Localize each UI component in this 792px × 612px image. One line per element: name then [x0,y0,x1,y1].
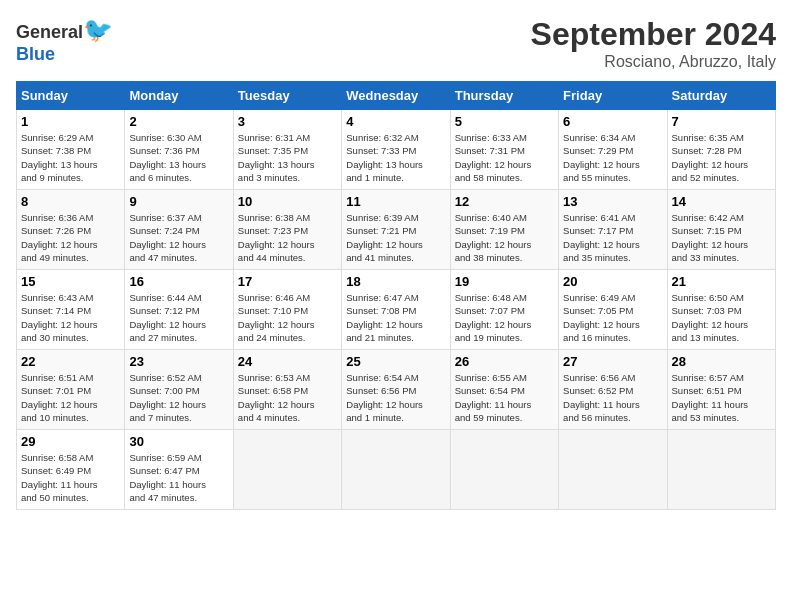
calendar-day-cell [450,430,558,510]
day-number: 29 [21,434,120,449]
day-number: 7 [672,114,771,129]
calendar-day-cell: 20Sunrise: 6:49 AM Sunset: 7:05 PM Dayli… [559,270,667,350]
day-number: 2 [129,114,228,129]
calendar-day-cell [342,430,450,510]
calendar-day-cell: 14Sunrise: 6:42 AM Sunset: 7:15 PM Dayli… [667,190,775,270]
day-info: Sunrise: 6:48 AM Sunset: 7:07 PM Dayligh… [455,291,554,344]
day-number: 15 [21,274,120,289]
day-header-friday: Friday [559,82,667,110]
page-header: General🐦 Blue September 2024 Rosciano, A… [16,16,776,71]
calendar-week-row: 29Sunrise: 6:58 AM Sunset: 6:49 PM Dayli… [17,430,776,510]
calendar-day-cell: 23Sunrise: 6:52 AM Sunset: 7:00 PM Dayli… [125,350,233,430]
calendar-day-cell: 22Sunrise: 6:51 AM Sunset: 7:01 PM Dayli… [17,350,125,430]
day-header-sunday: Sunday [17,82,125,110]
calendar-day-cell: 6Sunrise: 6:34 AM Sunset: 7:29 PM Daylig… [559,110,667,190]
day-number: 28 [672,354,771,369]
day-number: 17 [238,274,337,289]
calendar-day-cell: 12Sunrise: 6:40 AM Sunset: 7:19 PM Dayli… [450,190,558,270]
calendar-day-cell: 13Sunrise: 6:41 AM Sunset: 7:17 PM Dayli… [559,190,667,270]
day-number: 18 [346,274,445,289]
day-number: 6 [563,114,662,129]
month-title: September 2024 [531,16,776,53]
day-info: Sunrise: 6:57 AM Sunset: 6:51 PM Dayligh… [672,371,771,424]
logo-general: General [16,22,83,42]
calendar-day-cell: 15Sunrise: 6:43 AM Sunset: 7:14 PM Dayli… [17,270,125,350]
calendar-day-cell: 16Sunrise: 6:44 AM Sunset: 7:12 PM Dayli… [125,270,233,350]
logo: General🐦 Blue [16,16,113,65]
calendar-day-cell: 8Sunrise: 6:36 AM Sunset: 7:26 PM Daylig… [17,190,125,270]
day-number: 4 [346,114,445,129]
day-info: Sunrise: 6:33 AM Sunset: 7:31 PM Dayligh… [455,131,554,184]
day-info: Sunrise: 6:46 AM Sunset: 7:10 PM Dayligh… [238,291,337,344]
location: Rosciano, Abruzzo, Italy [531,53,776,71]
day-header-monday: Monday [125,82,233,110]
day-header-saturday: Saturday [667,82,775,110]
calendar-day-cell: 24Sunrise: 6:53 AM Sunset: 6:58 PM Dayli… [233,350,341,430]
calendar-day-cell: 25Sunrise: 6:54 AM Sunset: 6:56 PM Dayli… [342,350,450,430]
day-info: Sunrise: 6:34 AM Sunset: 7:29 PM Dayligh… [563,131,662,184]
title-area: September 2024 Rosciano, Abruzzo, Italy [531,16,776,71]
day-number: 22 [21,354,120,369]
calendar-day-cell: 18Sunrise: 6:47 AM Sunset: 7:08 PM Dayli… [342,270,450,350]
calendar-day-cell: 2Sunrise: 6:30 AM Sunset: 7:36 PM Daylig… [125,110,233,190]
day-number: 1 [21,114,120,129]
calendar-day-cell: 7Sunrise: 6:35 AM Sunset: 7:28 PM Daylig… [667,110,775,190]
calendar-day-cell [559,430,667,510]
day-info: Sunrise: 6:41 AM Sunset: 7:17 PM Dayligh… [563,211,662,264]
day-info: Sunrise: 6:42 AM Sunset: 7:15 PM Dayligh… [672,211,771,264]
day-info: Sunrise: 6:37 AM Sunset: 7:24 PM Dayligh… [129,211,228,264]
day-info: Sunrise: 6:43 AM Sunset: 7:14 PM Dayligh… [21,291,120,344]
day-number: 19 [455,274,554,289]
day-header-tuesday: Tuesday [233,82,341,110]
day-number: 24 [238,354,337,369]
day-number: 13 [563,194,662,209]
day-info: Sunrise: 6:58 AM Sunset: 6:49 PM Dayligh… [21,451,120,504]
day-number: 30 [129,434,228,449]
day-number: 9 [129,194,228,209]
calendar-week-row: 1Sunrise: 6:29 AM Sunset: 7:38 PM Daylig… [17,110,776,190]
day-number: 3 [238,114,337,129]
day-info: Sunrise: 6:44 AM Sunset: 7:12 PM Dayligh… [129,291,228,344]
day-number: 8 [21,194,120,209]
calendar-day-cell: 3Sunrise: 6:31 AM Sunset: 7:35 PM Daylig… [233,110,341,190]
day-info: Sunrise: 6:38 AM Sunset: 7:23 PM Dayligh… [238,211,337,264]
day-number: 21 [672,274,771,289]
day-number: 27 [563,354,662,369]
day-number: 5 [455,114,554,129]
day-info: Sunrise: 6:30 AM Sunset: 7:36 PM Dayligh… [129,131,228,184]
calendar-day-cell: 11Sunrise: 6:39 AM Sunset: 7:21 PM Dayli… [342,190,450,270]
day-info: Sunrise: 6:31 AM Sunset: 7:35 PM Dayligh… [238,131,337,184]
day-info: Sunrise: 6:55 AM Sunset: 6:54 PM Dayligh… [455,371,554,424]
day-number: 14 [672,194,771,209]
calendar-day-cell [667,430,775,510]
calendar-day-cell: 9Sunrise: 6:37 AM Sunset: 7:24 PM Daylig… [125,190,233,270]
day-number: 12 [455,194,554,209]
day-info: Sunrise: 6:51 AM Sunset: 7:01 PM Dayligh… [21,371,120,424]
day-number: 11 [346,194,445,209]
calendar-day-cell: 29Sunrise: 6:58 AM Sunset: 6:49 PM Dayli… [17,430,125,510]
calendar-day-cell [233,430,341,510]
day-info: Sunrise: 6:53 AM Sunset: 6:58 PM Dayligh… [238,371,337,424]
calendar-day-cell: 21Sunrise: 6:50 AM Sunset: 7:03 PM Dayli… [667,270,775,350]
day-number: 25 [346,354,445,369]
day-info: Sunrise: 6:40 AM Sunset: 7:19 PM Dayligh… [455,211,554,264]
day-info: Sunrise: 6:50 AM Sunset: 7:03 PM Dayligh… [672,291,771,344]
logo-bird-icon: 🐦 [83,16,113,43]
day-info: Sunrise: 6:49 AM Sunset: 7:05 PM Dayligh… [563,291,662,344]
day-info: Sunrise: 6:52 AM Sunset: 7:00 PM Dayligh… [129,371,228,424]
calendar-week-row: 22Sunrise: 6:51 AM Sunset: 7:01 PM Dayli… [17,350,776,430]
day-number: 23 [129,354,228,369]
day-number: 10 [238,194,337,209]
calendar-day-cell: 28Sunrise: 6:57 AM Sunset: 6:51 PM Dayli… [667,350,775,430]
calendar-day-cell: 5Sunrise: 6:33 AM Sunset: 7:31 PM Daylig… [450,110,558,190]
day-info: Sunrise: 6:54 AM Sunset: 6:56 PM Dayligh… [346,371,445,424]
day-info: Sunrise: 6:36 AM Sunset: 7:26 PM Dayligh… [21,211,120,264]
calendar-week-row: 15Sunrise: 6:43 AM Sunset: 7:14 PM Dayli… [17,270,776,350]
day-header-wednesday: Wednesday [342,82,450,110]
calendar-day-cell: 1Sunrise: 6:29 AM Sunset: 7:38 PM Daylig… [17,110,125,190]
calendar-day-cell: 27Sunrise: 6:56 AM Sunset: 6:52 PM Dayli… [559,350,667,430]
calendar-day-cell: 30Sunrise: 6:59 AM Sunset: 6:47 PM Dayli… [125,430,233,510]
day-info: Sunrise: 6:32 AM Sunset: 7:33 PM Dayligh… [346,131,445,184]
calendar-header-row: SundayMondayTuesdayWednesdayThursdayFrid… [17,82,776,110]
calendar-day-cell: 26Sunrise: 6:55 AM Sunset: 6:54 PM Dayli… [450,350,558,430]
